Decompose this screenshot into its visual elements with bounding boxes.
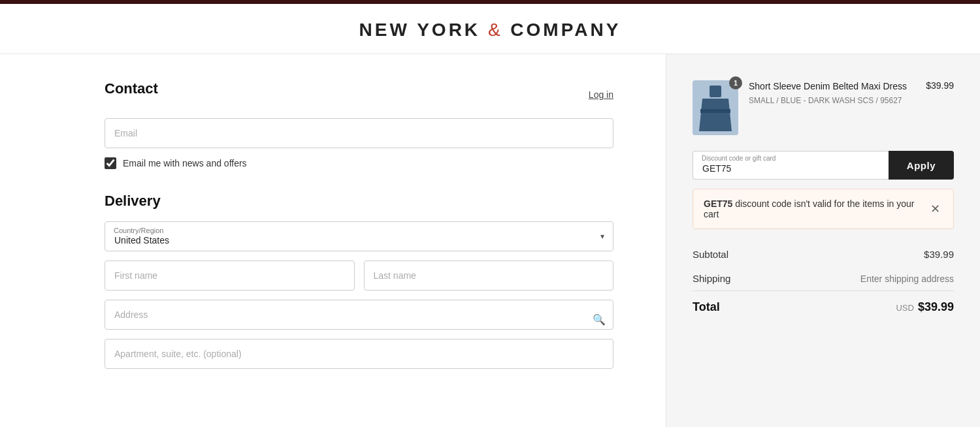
total-amount: $39.99	[918, 300, 954, 313]
product-variant: SMALL / BLUE - DARK WASH SCS / 95627	[749, 96, 915, 105]
error-code: GET75	[704, 198, 732, 209]
address-input[interactable]	[105, 300, 613, 330]
svg-rect-3	[700, 109, 730, 113]
svg-marker-2	[699, 99, 732, 131]
newsletter-label[interactable]: Email me with news and offers	[123, 158, 247, 168]
logo-part1: NEW YORK	[359, 20, 481, 40]
address-line2-input[interactable]	[105, 339, 613, 369]
product-row: 1 Short Sleeve Denim Belted Maxi Dress S…	[693, 80, 954, 135]
site-logo: NEW YORK & COMPANY	[359, 20, 621, 40]
error-detail: discount code isn't valid for the items …	[704, 198, 915, 219]
address-input-wrapper: 🔍	[105, 300, 613, 339]
discount-error-banner: GET75 discount code isn't valid for the …	[693, 189, 954, 229]
total-row: Total USD$39.99	[693, 291, 954, 314]
email-input[interactable]	[105, 118, 613, 148]
error-message: GET75 discount code isn't valid for the …	[704, 198, 928, 219]
order-summary-panel: 1 Short Sleeve Denim Belted Maxi Dress S…	[666, 54, 980, 427]
discount-code-input[interactable]	[693, 151, 889, 180]
subtotal-value: $39.99	[924, 249, 954, 260]
contact-header: Contact Log in	[105, 80, 613, 109]
delivery-section: Delivery Country/Region United States ▾ …	[105, 193, 613, 369]
subtotal-row: Subtotal $39.99	[693, 242, 954, 266]
close-error-button[interactable]: ✕	[928, 203, 943, 215]
currency-label: USD	[896, 303, 913, 313]
newsletter-checkbox[interactable]	[105, 157, 116, 169]
product-price: $39.99	[926, 80, 954, 91]
delivery-title: Delivery	[105, 193, 613, 210]
discount-input-wrapper: Discount code or gift card	[693, 151, 889, 180]
logo-ampersand: &	[488, 20, 503, 40]
contact-title: Contact	[105, 80, 158, 97]
discount-code-row: Discount code or gift card Apply	[693, 151, 954, 180]
apply-discount-button[interactable]: Apply	[889, 151, 954, 180]
cart-badge: 1	[729, 76, 742, 89]
main-layout: Contact Log in Email me with news and of…	[0, 54, 980, 427]
shipping-row: Shipping Enter shipping address	[693, 266, 954, 291]
shipping-value: Enter shipping address	[860, 274, 954, 284]
svg-rect-1	[710, 86, 721, 97]
product-name: Short Sleeve Denim Belted Maxi Dress	[749, 80, 915, 93]
newsletter-checkbox-row: Email me with news and offers	[105, 157, 613, 169]
site-header: NEW YORK & COMPANY	[0, 4, 980, 54]
login-link[interactable]: Log in	[589, 89, 613, 100]
product-image-wrapper: 1	[693, 80, 738, 135]
product-info: Short Sleeve Denim Belted Maxi Dress SMA…	[749, 80, 915, 105]
total-value: USD$39.99	[896, 300, 954, 314]
product-image	[693, 80, 738, 135]
country-select[interactable]: United States	[105, 221, 613, 251]
shipping-label: Shipping	[693, 273, 730, 284]
country-select-wrapper: Country/Region United States ▾	[105, 221, 613, 251]
name-row	[105, 261, 613, 291]
last-name-input[interactable]	[364, 261, 614, 291]
total-label: Total	[693, 300, 720, 314]
checkout-form-panel: Contact Log in Email me with news and of…	[0, 54, 666, 427]
subtotal-label: Subtotal	[693, 249, 728, 260]
logo-part2: COMPANY	[510, 20, 621, 40]
first-name-input[interactable]	[105, 261, 355, 291]
